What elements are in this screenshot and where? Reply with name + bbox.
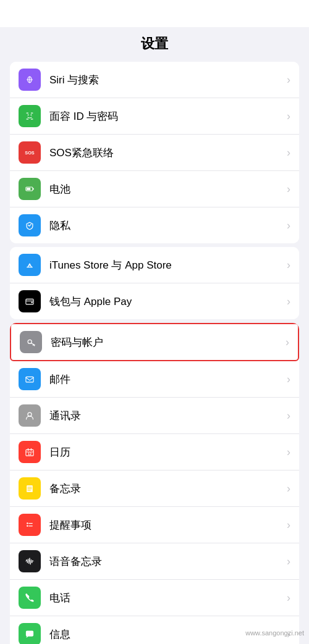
svg-rect-22 — [26, 300, 33, 301]
faceid-chevron: › — [287, 110, 290, 123]
settings-row-notes[interactable]: 备忘录› — [10, 470, 299, 507]
appstore-icon — [19, 254, 41, 276]
contacts-icon — [19, 404, 41, 427]
passwords-label: 密码与帐户 — [51, 335, 282, 349]
svg-rect-5 — [27, 113, 29, 114]
settings-row-passwords[interactable]: 密码与帐户› — [10, 323, 299, 361]
siri-label: Siri 与搜索 — [49, 73, 283, 87]
svg-rect-4 — [23, 109, 36, 123]
passwords-chevron: › — [286, 336, 289, 349]
notes-icon — [19, 477, 41, 500]
settings-row-wallet[interactable]: 钱包与 Apple Pay› — [10, 283, 299, 319]
settings-group-2: 密码与帐户›邮件›通讯录›12日历›备忘录›提醒事项›语音备忘录›电话›信息› — [10, 323, 299, 644]
mail-icon — [19, 368, 41, 390]
itunes-label: iTunes Store 与 App Store — [49, 258, 283, 272]
mail-chevron: › — [287, 373, 290, 386]
notes-chevron: › — [287, 482, 290, 495]
sos-label: SOS紧急联络 — [49, 146, 283, 160]
svg-rect-41 — [23, 518, 36, 532]
phone-chevron: › — [287, 592, 290, 604]
contacts-chevron: › — [287, 409, 290, 422]
calendar-icon: 12 — [19, 441, 41, 463]
faceid-label: 面容 ID 与密码 — [49, 109, 283, 123]
phone-label: 电话 — [49, 591, 283, 605]
settings-row-privacy[interactable]: 隐私› — [10, 207, 299, 243]
svg-rect-46 — [23, 554, 36, 568]
contacts-label: 通讯录 — [49, 409, 283, 423]
privacy-label: 隐私 — [49, 219, 283, 233]
settings-row-faceid[interactable]: 面容 ID 与密码› — [10, 98, 299, 135]
siri-icon — [19, 69, 41, 91]
svg-rect-18 — [23, 258, 36, 272]
settings-row-sos[interactable]: SOSSOS紧急联络› — [10, 135, 299, 171]
svg-rect-24 — [24, 335, 38, 349]
settings-row-reminders[interactable]: 提醒事项› — [10, 507, 299, 543]
page-title: 设置 — [0, 35, 309, 53]
calendar-label: 日历 — [49, 445, 283, 459]
voicememo-chevron: › — [287, 555, 290, 568]
settings-group-1: iTunes Store 与 App Store›钱包与 Apple Pay› — [10, 247, 299, 319]
settings-row-contacts[interactable]: 通讯录› — [10, 398, 299, 434]
settings-row-battery[interactable]: 电池› — [10, 171, 299, 207]
key-icon — [20, 331, 42, 353]
notes-label: 备忘录 — [49, 482, 283, 496]
faceid-icon — [19, 105, 41, 127]
svg-rect-7 — [27, 119, 29, 119]
reminders-label: 提醒事项 — [49, 518, 283, 532]
battery-icon — [19, 178, 41, 200]
svg-point-23 — [31, 302, 32, 303]
settings-row-siri[interactable]: Siri 与搜索› — [10, 62, 299, 98]
page-title-bar: 设置 — [0, 27, 309, 58]
sos-chevron: › — [287, 146, 290, 159]
wallet-label: 钱包与 Apple Pay — [49, 295, 283, 309]
svg-text:SOS: SOS — [25, 150, 35, 156]
mail-label: 邮件 — [49, 372, 283, 387]
svg-rect-57 — [23, 591, 36, 604]
settings-group-0: Siri 与搜索›面容 ID 与密码›SOSSOS紧急联络›电池›隐私› — [10, 62, 299, 243]
voicememo-icon — [19, 550, 41, 572]
svg-rect-15 — [33, 188, 34, 190]
svg-rect-26 — [23, 372, 36, 386]
privacy-icon — [19, 214, 41, 236]
reminders-chevron: › — [287, 519, 290, 532]
battery-chevron: › — [287, 183, 290, 196]
phone-icon — [19, 587, 41, 609]
settings-row-voicememo[interactable]: 语音备忘录› — [10, 543, 299, 580]
status-bar — [0, 0, 309, 27]
itunes-chevron: › — [287, 259, 290, 272]
wallet-chevron: › — [287, 295, 290, 308]
svg-text:12: 12 — [28, 452, 32, 456]
svg-rect-6 — [31, 113, 33, 114]
sos-icon: SOS — [19, 141, 41, 164]
settings-row-itunes[interactable]: iTunes Store 与 App Store› — [10, 247, 299, 283]
settings-row-mail[interactable]: 邮件› — [10, 361, 299, 398]
svg-point-10 — [31, 114, 32, 115]
calendar-chevron: › — [287, 446, 290, 459]
siri-chevron: › — [287, 73, 290, 86]
settings-row-calendar[interactable]: 12日历› — [10, 434, 299, 470]
wallet-icon — [19, 290, 41, 312]
svg-point-9 — [28, 114, 29, 115]
watermark: www.sangongzi.net — [245, 629, 304, 637]
privacy-chevron: › — [287, 219, 290, 232]
svg-point-43 — [27, 525, 28, 527]
svg-point-42 — [27, 522, 28, 524]
voicememo-label: 语音备忘录 — [49, 554, 283, 569]
svg-rect-16 — [27, 188, 30, 190]
settings-row-phone[interactable]: 电话› — [10, 580, 299, 616]
battery-label: 电池 — [49, 182, 283, 196]
svg-rect-8 — [31, 119, 33, 119]
svg-rect-28 — [23, 409, 36, 422]
messages-icon — [19, 623, 41, 644]
reminders-icon — [19, 514, 41, 536]
